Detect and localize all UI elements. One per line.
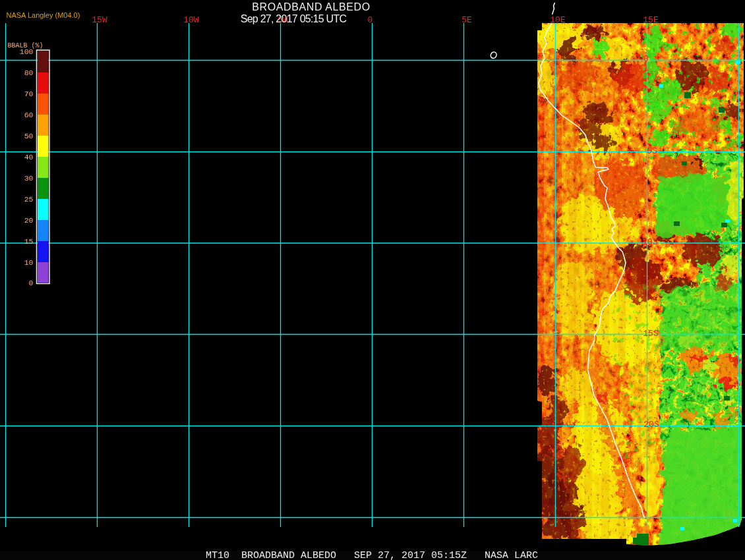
svg-text:10W: 10W (183, 15, 199, 25)
svg-text:60: 60 (24, 111, 34, 119)
svg-text:0: 0 (368, 15, 373, 25)
svg-text:80: 80 (24, 69, 34, 77)
svg-text:30: 30 (24, 174, 34, 182)
svg-text:40: 40 (24, 153, 34, 161)
svg-text:10: 10 (24, 258, 34, 267)
svg-text:50: 50 (24, 132, 34, 140)
svg-text:15W: 15W (92, 15, 107, 25)
svg-text:Sep 27, 2017 05:15 UTC: Sep 27, 2017 05:15 UTC (241, 13, 347, 24)
svg-text:10E: 10E (550, 15, 566, 25)
svg-text:25: 25 (24, 195, 34, 204)
svg-text:15: 15 (24, 237, 34, 246)
svg-text:0: 0 (643, 54, 649, 64)
svg-text:15E: 15E (643, 15, 659, 25)
svg-text:10S: 10S (642, 237, 658, 247)
svg-text:0: 0 (29, 279, 34, 287)
svg-text:15S: 15S (643, 329, 659, 339)
svg-text:20: 20 (24, 216, 34, 225)
svg-text:5E: 5E (462, 15, 472, 25)
svg-text:70: 70 (24, 90, 34, 98)
svg-text:BBALB (%): BBALB (%) (8, 42, 44, 49)
svg-text:20S: 20S (643, 420, 659, 430)
svg-text:5S: 5S (647, 146, 657, 156)
svg-text:MT10 BROADBAND ALBEDO SEP 2: MT10 BROADBAND ALBEDO SEP 27, 2017 05:15… (206, 550, 538, 560)
svg-text:BROADBAND ALBEDO: BROADBAND ALBEDO (252, 1, 370, 13)
svg-text:NASA Langley (M04.0): NASA Langley (M04.0) (7, 11, 80, 19)
